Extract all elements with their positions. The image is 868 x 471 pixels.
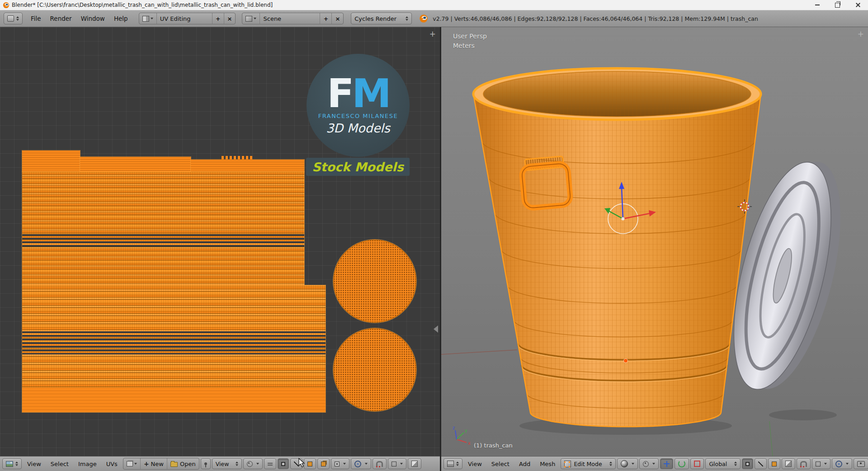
open-image-label: Open — [180, 461, 196, 467]
uv-island[interactable] — [22, 172, 304, 285]
new-image-button[interactable]: +New — [140, 458, 167, 469]
dropdown-arrow-icon — [256, 463, 259, 465]
manipulator-rotate-toggle[interactable] — [675, 458, 689, 469]
panel-toggle-arrow[interactable] — [434, 325, 438, 333]
v3d-menu-select[interactable]: Select — [487, 457, 514, 471]
uv-menu-select[interactable]: Select — [47, 457, 73, 471]
uv-island[interactable] — [80, 157, 191, 172]
uv-island[interactable] — [22, 151, 80, 172]
pin-image-toggle[interactable] — [201, 458, 211, 469]
sync-icon — [268, 462, 273, 466]
magnet-icon — [800, 461, 807, 467]
svg-text:y: y — [465, 428, 467, 433]
fm-letter-f: F — [327, 70, 352, 117]
view3d-editor: x y z User Persp Meters (1) trash_can + — [441, 27, 868, 471]
uv-menu-image[interactable]: Image — [74, 457, 101, 471]
uv-island-circle-lid[interactable] — [333, 240, 416, 323]
lid-shadow — [769, 410, 837, 420]
pivot-center-dropdown[interactable] — [639, 458, 659, 469]
dropdown-arrow-icon — [824, 463, 827, 465]
v3d-menu-mesh[interactable]: Mesh — [536, 457, 559, 471]
region-expand-icon[interactable]: + — [429, 31, 436, 37]
fm-letter-m: M — [352, 70, 389, 117]
render-engine-dropdown[interactable]: Cycles Render — [351, 13, 412, 24]
scene-browse-button[interactable] — [242, 13, 259, 24]
uv-select-vertex-button[interactable] — [278, 458, 289, 469]
uv-snap-toggle[interactable] — [373, 458, 387, 469]
open-image-button[interactable]: Open — [167, 458, 199, 469]
viewport-shading-dropdown[interactable] — [617, 458, 638, 469]
image-browse-button[interactable] — [123, 458, 140, 469]
uv-canvas[interactable]: FM FRANCESCO MILANESE 3D Models Stock Mo… — [0, 27, 440, 456]
vertex-select-icon — [745, 462, 750, 466]
uv-island[interactable] — [191, 160, 304, 172]
add-scene-button[interactable]: + — [320, 13, 331, 24]
uv-island-circle-bottom[interactable] — [333, 328, 416, 411]
snap-toggle[interactable] — [797, 458, 811, 469]
minimize-button[interactable] — [807, 0, 827, 10]
titlebar: Blender* [C:\Users\franc\Desktop\metalli… — [0, 0, 868, 10]
uv-pivot-dropdown[interactable] — [243, 458, 263, 469]
dropdown-arrow-icon — [652, 463, 655, 465]
region-expand-icon[interactable]: + — [858, 31, 864, 37]
uv-island[interactable] — [22, 387, 326, 412]
trash-can-mesh[interactable] — [473, 68, 761, 427]
mesh-select-edge-button[interactable] — [755, 458, 767, 469]
transform-orientation-dropdown[interactable]: Global — [705, 458, 741, 469]
menu-file[interactable]: File — [26, 10, 46, 27]
restore-button[interactable] — [827, 0, 848, 10]
uv-snap-element-dropdown[interactable] — [388, 458, 406, 469]
manipulator-translate-toggle[interactable] — [660, 458, 673, 469]
uv-draw-other-objects-toggle[interactable] — [408, 458, 421, 469]
dropdown-arrow-icon — [400, 463, 403, 465]
close-button[interactable] — [848, 0, 868, 10]
face-select-icon — [307, 462, 312, 466]
proportional-edit-dropdown[interactable] — [832, 458, 852, 469]
proportional-edit-icon — [354, 461, 361, 467]
stock-models-banner: Stock Models — [306, 158, 410, 176]
view3d-canvas[interactable]: x y z User Persp Meters (1) trash_can + — [441, 27, 868, 456]
mesh-select-face-button[interactable] — [768, 458, 780, 469]
blender-window: Blender* [C:\Users\franc\Desktop\metalli… — [0, 0, 868, 471]
manipulator-scale-toggle[interactable] — [690, 458, 704, 469]
folder-icon — [170, 462, 178, 467]
scene-selector: Scene + × — [242, 13, 344, 24]
add-screen-layout-button[interactable]: + — [212, 13, 224, 24]
v3d-menu-add[interactable]: Add — [515, 457, 534, 471]
uv-proportional-edit-dropdown[interactable] — [351, 458, 371, 469]
delete-scene-button[interactable]: × — [331, 13, 343, 24]
editor-type-button-uv[interactable] — [2, 458, 22, 469]
screen-layout-icon — [142, 16, 149, 22]
menu-help[interactable]: Help — [109, 10, 132, 27]
delete-screen-layout-button[interactable]: × — [224, 13, 236, 24]
uv-menu-view[interactable]: View — [23, 457, 45, 471]
mesh-select-vertex-button[interactable] — [742, 458, 753, 469]
uvimage-mode-dropdown[interactable]: View — [212, 458, 242, 469]
limit-select-visible-toggle[interactable] — [782, 458, 795, 469]
transform-orientation-value: Global — [709, 461, 727, 467]
dropdown-arrows — [236, 462, 238, 466]
snap-element-dropdown[interactable] — [812, 458, 830, 469]
uv-sync-selection-toggle[interactable] — [264, 458, 276, 469]
magnet-icon — [376, 461, 383, 467]
dropdown-arrows — [734, 462, 737, 466]
scene-name[interactable]: Scene — [259, 13, 320, 24]
fm-author-name: FRANCESCO MILANESE — [318, 113, 398, 119]
fm-logo-badge: FM FRANCESCO MILANESE 3D Models — [307, 54, 410, 157]
menu-window[interactable]: Window — [76, 10, 109, 27]
uv-select-island-button[interactable] — [317, 458, 330, 469]
vertex-select-icon — [281, 462, 285, 466]
editor-type-button-info[interactable] — [4, 13, 23, 24]
uv-menu-uvs[interactable]: UVs — [102, 457, 122, 471]
editor-type-button-3d[interactable] — [443, 458, 462, 469]
opengl-render-still-button[interactable] — [854, 458, 868, 469]
blender-app-icon — [3, 2, 9, 9]
interaction-mode-dropdown[interactable]: Edit Mode — [561, 458, 616, 469]
v3d-menu-view[interactable]: View — [464, 457, 486, 471]
viewport-scene: x y z — [441, 27, 868, 456]
uv-sticky-select-dropdown[interactable] — [331, 458, 349, 469]
screen-layout-browse-button[interactable] — [139, 13, 156, 24]
screen-layout-name[interactable]: UV Editing — [156, 13, 212, 24]
view-name-label: User Persp — [453, 33, 487, 40]
menu-render[interactable]: Render — [46, 10, 76, 27]
